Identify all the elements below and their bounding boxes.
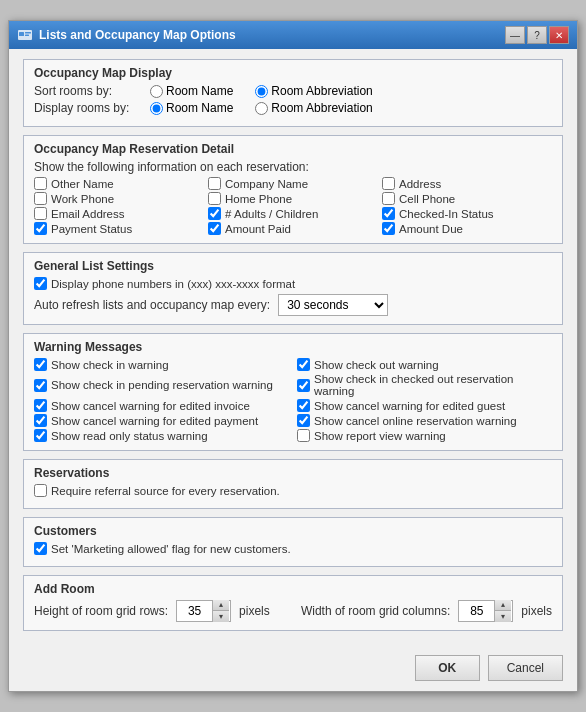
warning-messages-section: Warning Messages Show check in warning S… (23, 333, 563, 451)
height-spinbox-buttons: ▴ ▾ (212, 600, 229, 622)
display-room-abbr-option[interactable]: Room Abbreviation (255, 101, 372, 115)
checkbox-cancel-online-reservation[interactable]: Show cancel online reservation warning (297, 414, 552, 427)
display-phone-checkbox[interactable]: Display phone numbers in (xxx) xxx-xxxx … (34, 277, 552, 290)
sort-room-abbr-radio[interactable] (255, 85, 268, 98)
checkbox-show-check-in-warning-input[interactable] (34, 358, 47, 371)
svg-rect-3 (25, 35, 29, 37)
display-by-row: Display rooms by: Room Name Room Abbrevi… (34, 101, 552, 115)
customers-section: Customers Set 'Marketing allowed' flag f… (23, 517, 563, 567)
reservations-section: Reservations Require referral source for… (23, 459, 563, 509)
checkbox-checked-in-status-input[interactable] (382, 207, 395, 220)
height-spinbox: ▴ ▾ (176, 600, 231, 622)
checkbox-require-referral[interactable]: Require referral source for every reserv… (34, 484, 552, 497)
checkbox-read-only-status-input[interactable] (34, 429, 47, 442)
auto-refresh-row: Auto refresh lists and occupancy map eve… (34, 294, 552, 316)
ok-button[interactable]: OK (415, 655, 480, 681)
checkbox-payment-status[interactable]: Payment Status (34, 222, 204, 235)
checkbox-work-phone-input[interactable] (34, 192, 47, 205)
checkbox-other-name[interactable]: Other Name (34, 177, 204, 190)
width-increment-button[interactable]: ▴ (495, 600, 511, 611)
warning-checkboxes: Show check in warning Show check out war… (34, 358, 552, 442)
checkbox-cancel-edited-payment-input[interactable] (34, 414, 47, 427)
checkbox-report-view-warning-input[interactable] (297, 429, 310, 442)
checkbox-adults-children-input[interactable] (208, 207, 221, 220)
svg-rect-2 (25, 32, 31, 34)
checkbox-show-check-in-warning[interactable]: Show check in warning (34, 358, 289, 371)
checkbox-marketing-flag-input[interactable] (34, 542, 47, 555)
checkbox-show-check-out-warning-input[interactable] (297, 358, 310, 371)
checkbox-marketing-flag[interactable]: Set 'Marketing allowed' flag for new cus… (34, 542, 552, 555)
checkbox-address[interactable]: Address (382, 177, 552, 190)
height-input[interactable] (177, 601, 212, 621)
window-icon (17, 27, 33, 43)
checkbox-cancel-online-reservation-input[interactable] (297, 414, 310, 427)
checkbox-cell-phone[interactable]: Cell Phone (382, 192, 552, 205)
checkbox-check-in-pending[interactable]: Show check in pending reservation warnin… (34, 373, 289, 397)
display-room-name-radio[interactable] (150, 102, 163, 115)
checkbox-amount-paid-input[interactable] (208, 222, 221, 235)
width-spinbox: ▴ ▾ (458, 600, 513, 622)
checkbox-report-view-warning[interactable]: Show report view warning (297, 429, 552, 442)
sort-room-name-radio[interactable] (150, 85, 163, 98)
checkbox-company-name[interactable]: Company Name (208, 177, 378, 190)
close-button[interactable]: ✕ (549, 26, 569, 44)
sort-room-name-option[interactable]: Room Name (150, 84, 233, 98)
checkbox-amount-due-input[interactable] (382, 222, 395, 235)
checkbox-address-input[interactable] (382, 177, 395, 190)
reservation-detail-title: Occupancy Map Reservation Detail (34, 142, 552, 156)
minimize-button[interactable]: — (505, 26, 525, 44)
sort-room-abbr-option[interactable]: Room Abbreviation (255, 84, 372, 98)
checkbox-require-referral-input[interactable] (34, 484, 47, 497)
height-increment-button[interactable]: ▴ (213, 600, 229, 611)
checkbox-show-check-out-warning[interactable]: Show check out warning (297, 358, 552, 371)
checkbox-other-name-input[interactable] (34, 177, 47, 190)
checkbox-email-address[interactable]: Email Address (34, 207, 204, 220)
checkbox-payment-status-input[interactable] (34, 222, 47, 235)
sort-by-row: Sort rooms by: Room Name Room Abbreviati… (34, 84, 552, 98)
checkbox-amount-due[interactable]: Amount Due (382, 222, 552, 235)
display-room-abbr-label: Room Abbreviation (271, 101, 372, 115)
checkbox-work-phone[interactable]: Work Phone (34, 192, 204, 205)
reservation-detail-section: Occupancy Map Reservation Detail Show th… (23, 135, 563, 244)
width-decrement-button[interactable]: ▾ (495, 611, 511, 622)
cancel-button[interactable]: Cancel (488, 655, 563, 681)
display-phone-input[interactable] (34, 277, 47, 290)
checkbox-check-in-pending-input[interactable] (34, 379, 47, 392)
checkbox-home-phone-input[interactable] (208, 192, 221, 205)
general-list-title: General List Settings (34, 259, 552, 273)
display-by-label: Display rooms by: (34, 101, 144, 115)
help-button[interactable]: ? (527, 26, 547, 44)
window-title: Lists and Occupancy Map Options (39, 28, 236, 42)
checkbox-read-only-status[interactable]: Show read only status warning (34, 429, 289, 442)
auto-refresh-label: Auto refresh lists and occupancy map eve… (34, 298, 270, 312)
checkbox-check-in-checked-out[interactable]: Show check in checked out reservation wa… (297, 373, 552, 397)
checkbox-company-name-input[interactable] (208, 177, 221, 190)
sort-room-abbr-label: Room Abbreviation (271, 84, 372, 98)
checkbox-check-in-checked-out-input[interactable] (297, 379, 310, 392)
title-bar: Lists and Occupancy Map Options — ? ✕ (9, 21, 577, 49)
display-phone-label: Display phone numbers in (xxx) xxx-xxxx … (51, 278, 295, 290)
height-decrement-button[interactable]: ▾ (213, 611, 229, 622)
occupancy-map-display-section: Occupancy Map Display Sort rooms by: Roo… (23, 59, 563, 127)
sort-by-label: Sort rooms by: (34, 84, 144, 98)
checkbox-cancel-edited-invoice[interactable]: Show cancel warning for edited invoice (34, 399, 289, 412)
width-input[interactable] (459, 601, 494, 621)
checkbox-home-phone[interactable]: Home Phone (208, 192, 378, 205)
sort-room-name-label: Room Name (166, 84, 233, 98)
checkbox-checked-in-status[interactable]: Checked-In Status (382, 207, 552, 220)
checkbox-cancel-edited-payment[interactable]: Show cancel warning for edited payment (34, 414, 289, 427)
checkbox-adults-children[interactable]: # Adults / Children (208, 207, 378, 220)
checkbox-cancel-edited-invoice-input[interactable] (34, 399, 47, 412)
auto-refresh-select[interactable]: 15 seconds 30 seconds 60 seconds 5 minut… (278, 294, 388, 316)
checkbox-cancel-edited-guest-input[interactable] (297, 399, 310, 412)
svg-rect-1 (19, 32, 24, 36)
reservations-title: Reservations (34, 466, 552, 480)
display-room-abbr-radio[interactable] (255, 102, 268, 115)
warning-messages-title: Warning Messages (34, 340, 552, 354)
display-room-name-option[interactable]: Room Name (150, 101, 233, 115)
checkbox-amount-paid[interactable]: Amount Paid (208, 222, 378, 235)
checkbox-cancel-edited-guest[interactable]: Show cancel warning for edited guest (297, 399, 552, 412)
checkbox-cell-phone-input[interactable] (382, 192, 395, 205)
checkbox-email-address-input[interactable] (34, 207, 47, 220)
main-content: Occupancy Map Display Sort rooms by: Roo… (9, 49, 577, 649)
